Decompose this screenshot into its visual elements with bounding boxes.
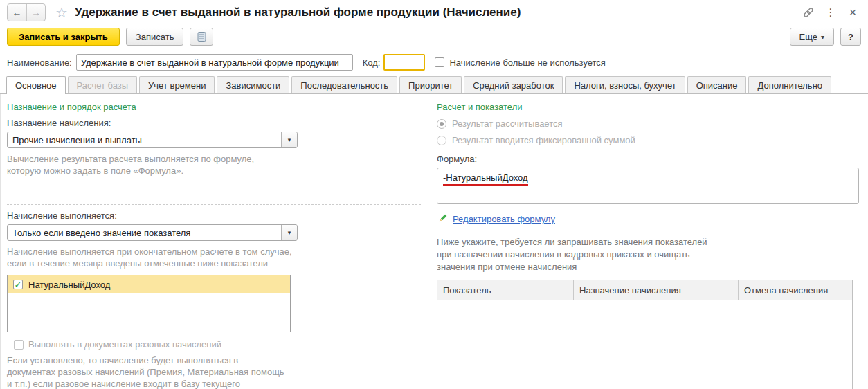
- page-title: Удержание в счет выданной в натуральной …: [75, 6, 521, 19]
- edit-formula-action[interactable]: Редактировать формулу: [437, 213, 859, 224]
- section-purpose-title: Назначение и порядок расчета: [7, 102, 298, 112]
- radio-calculated-label: Результат рассчитывается: [452, 118, 563, 129]
- radio-result-fixed: Результат вводится фиксированной суммой: [437, 135, 859, 145]
- tab-taxes-accounting[interactable]: Налоги, взносы, бухучет: [565, 76, 685, 93]
- back-button[interactable]: ←: [8, 4, 26, 21]
- tab-bar: Основное Расчет базы Учет времени Зависи…: [0, 76, 868, 94]
- not-used-checkbox[interactable]: Начисление больше не используется: [435, 57, 605, 68]
- radio-button-selected: [437, 119, 446, 129]
- indicators-table-hint: Ниже укажите, требуется ли запрашивать з…: [437, 236, 859, 273]
- title-bar: ← → ☆ Удержание в счет выданной в натура…: [0, 0, 868, 25]
- tab-average-earnings[interactable]: Средний заработок: [464, 76, 563, 93]
- purpose-label: Назначение начисления:: [7, 118, 298, 128]
- application-window: ← → ☆ Удержание в счет выданной в натура…: [0, 0, 868, 389]
- structure-button[interactable]: [190, 28, 213, 46]
- edit-formula-link[interactable]: Редактировать формулу: [453, 214, 555, 224]
- tab-additional[interactable]: Дополнительно: [748, 76, 831, 93]
- tab-priority[interactable]: Приоритет: [399, 76, 462, 93]
- right-column: Расчет и показатели Результат рассчитыва…: [437, 94, 859, 389]
- chevron-down-icon[interactable]: ▾: [281, 225, 297, 240]
- purpose-select[interactable]: Прочие начисления и выплаты ▾: [7, 132, 298, 148]
- formula-input[interactable]: -НатуральныйДоход: [437, 168, 859, 204]
- performed-select-value: Только если введено значение показателя: [8, 225, 281, 240]
- table-body-empty[interactable]: [437, 300, 852, 389]
- column-assign: Назначение начисления: [573, 280, 738, 300]
- chevron-down-icon: ▾: [821, 33, 824, 41]
- onetime-docs-checkbox-label: Выполнять в документах разовых начислени…: [28, 339, 221, 350]
- radio-button-unselected: [437, 136, 446, 145]
- code-label: Код:: [363, 57, 381, 68]
- radio-result-calculated: Результат рассчитывается: [437, 118, 859, 129]
- not-used-checkbox-label: Начисление больше не используется: [449, 57, 605, 68]
- tab-content-main: Назначение и порядок расчета Назначение …: [0, 94, 868, 389]
- name-label: Наименование:: [7, 57, 72, 68]
- more-actions-button[interactable]: Еще ▾: [790, 28, 834, 46]
- purpose-hint: Вычисление результата расчета выполняетс…: [7, 153, 298, 177]
- forward-button: →: [26, 4, 45, 21]
- header-fields-row: Наименование: Код: Начисление больше не …: [0, 53, 868, 72]
- check-icon: ✓: [15, 280, 22, 289]
- chain-link-icon: [802, 6, 815, 19]
- onetime-docs-hint: Если установлено, то начисление будет вы…: [7, 354, 298, 389]
- tab-main[interactable]: Основное: [6, 76, 66, 94]
- radio-fixed-label: Результат вводится фиксированной суммой: [452, 135, 635, 145]
- tab-time-tracking[interactable]: Учет времени: [139, 76, 215, 93]
- checkbox-box: [14, 340, 24, 350]
- stack-icon: [197, 31, 206, 42]
- formula-value: -НатуральныйДоход: [443, 172, 528, 186]
- more-actions-label: Еще: [799, 32, 817, 42]
- checkbox-box: [435, 57, 444, 67]
- save-button[interactable]: Записать: [126, 28, 184, 46]
- list-item[interactable]: ✓ НатуральныйДоход: [8, 275, 290, 293]
- favorite-star-icon[interactable]: ☆: [55, 4, 68, 21]
- table-header-row: Показатель Назначение начисления Отмена …: [437, 280, 852, 300]
- performed-label: Начисление выполняется:: [7, 210, 298, 221]
- section-calculation-title: Расчет и показатели: [437, 102, 859, 112]
- formula-label: Формула:: [437, 154, 859, 164]
- column-cancel: Отмена начисления: [738, 280, 852, 300]
- indicator-checkbox[interactable]: ✓: [13, 280, 23, 289]
- pencil-icon: [437, 213, 448, 224]
- indicators-list: ✓ НатуральныйДоход: [7, 275, 291, 332]
- close-icon[interactable]: ×: [844, 4, 861, 21]
- more-menu-icon[interactable]: ⋮: [822, 4, 839, 21]
- left-column: Назначение и порядок расчета Назначение …: [7, 94, 298, 389]
- indicator-label: НатуральныйДоход: [28, 280, 110, 290]
- purpose-select-value: Прочие начисления и выплаты: [8, 132, 281, 147]
- command-bar: Записать и закрыть Записать Еще ▾ ?: [0, 26, 868, 47]
- tab-base-calculation: Расчет базы: [68, 76, 138, 93]
- indicators-table: Показатель Назначение начисления Отмена …: [437, 280, 853, 389]
- save-and-close-button[interactable]: Записать и закрыть: [7, 28, 120, 46]
- performed-select[interactable]: Только если введено значение показателя …: [7, 224, 298, 241]
- get-link-icon[interactable]: [800, 4, 817, 21]
- column-indicator: Показатель: [437, 280, 573, 300]
- code-input[interactable]: [383, 54, 425, 71]
- navigation-buttons: ← →: [7, 3, 46, 21]
- dashed-separator: [7, 204, 421, 205]
- tab-dependencies[interactable]: Зависимости: [217, 76, 289, 93]
- help-button[interactable]: ?: [840, 28, 861, 46]
- tab-sequence[interactable]: Последовательность: [291, 76, 397, 93]
- performed-hint: Начисление выполняется при окончательном…: [7, 246, 298, 269]
- onetime-docs-checkbox: Выполнять в документах разовых начислени…: [14, 339, 221, 350]
- name-input[interactable]: [76, 54, 353, 71]
- tab-description[interactable]: Описание: [687, 76, 747, 93]
- chevron-down-icon[interactable]: ▾: [281, 132, 297, 147]
